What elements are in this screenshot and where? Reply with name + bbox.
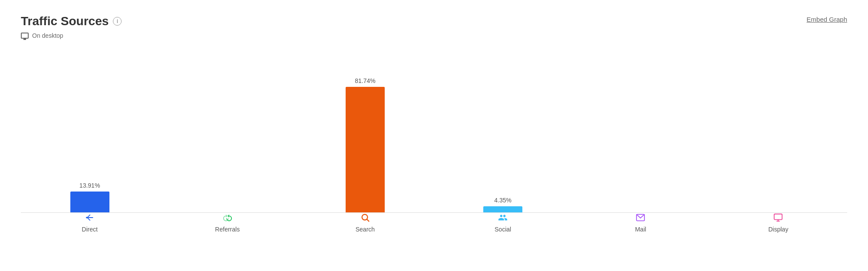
search-icon bbox=[360, 213, 370, 224]
social-icon bbox=[498, 213, 508, 224]
bar-direct bbox=[70, 192, 109, 213]
bar-label-mail: Mail bbox=[635, 226, 646, 233]
label-group-search: Search bbox=[296, 213, 434, 233]
label-group-mail: Mail bbox=[572, 213, 710, 233]
bar-group-mail: 0.00% bbox=[572, 48, 710, 213]
subtitle-text: On desktop bbox=[32, 32, 63, 39]
svg-rect-4 bbox=[774, 214, 782, 219]
bar-label-direct: Direct bbox=[82, 226, 98, 233]
dashboard-container: Traffic Sources i On desktop Embed Graph… bbox=[0, 0, 868, 271]
svg-line-2 bbox=[367, 219, 369, 221]
bar-value-social: 4.35% bbox=[494, 197, 512, 204]
label-group-referrals: Referrals bbox=[158, 213, 296, 233]
title-area: Traffic Sources i On desktop bbox=[21, 14, 122, 39]
bar-group-search: 81.74% bbox=[296, 48, 434, 213]
bar-group-direct: 13.91% bbox=[21, 48, 158, 213]
label-group-social: Social bbox=[434, 213, 572, 233]
bar-search bbox=[346, 87, 385, 213]
bar-group-social: 4.35% bbox=[434, 48, 572, 213]
mail-icon bbox=[636, 213, 645, 224]
referrals-icon bbox=[223, 213, 232, 224]
bar-label-display: Display bbox=[768, 226, 788, 233]
embed-graph-link[interactable]: Embed Graph bbox=[807, 14, 847, 23]
subtitle: On desktop bbox=[21, 32, 122, 39]
bar-label-social: Social bbox=[495, 226, 511, 233]
svg-point-0 bbox=[86, 217, 87, 218]
chart-area: 13.91%0.00%81.74%4.35%0.00%0.00% bbox=[21, 48, 847, 213]
bar-value-direct: 13.91% bbox=[79, 182, 100, 189]
labels-row: DirectReferralsSearchSocialMailDisplay bbox=[21, 213, 847, 233]
label-group-direct: Direct bbox=[21, 213, 158, 233]
page-title: Traffic Sources i bbox=[21, 14, 122, 29]
info-icon[interactable]: i bbox=[113, 17, 122, 26]
title-text: Traffic Sources bbox=[21, 14, 109, 29]
header: Traffic Sources i On desktop Embed Graph bbox=[21, 14, 847, 39]
bar-label-search: Search bbox=[356, 226, 375, 233]
bar-label-referrals: Referrals bbox=[215, 226, 240, 233]
label-group-display: Display bbox=[710, 213, 847, 233]
display-icon bbox=[773, 213, 783, 224]
bar-social bbox=[483, 206, 522, 213]
bar-value-search: 81.74% bbox=[355, 77, 375, 84]
direct-icon bbox=[85, 213, 95, 224]
desktop-icon bbox=[21, 33, 29, 39]
svg-point-1 bbox=[362, 214, 368, 220]
bar-group-referrals: 0.00% bbox=[158, 48, 296, 213]
bar-group-display: 0.00% bbox=[710, 48, 847, 213]
